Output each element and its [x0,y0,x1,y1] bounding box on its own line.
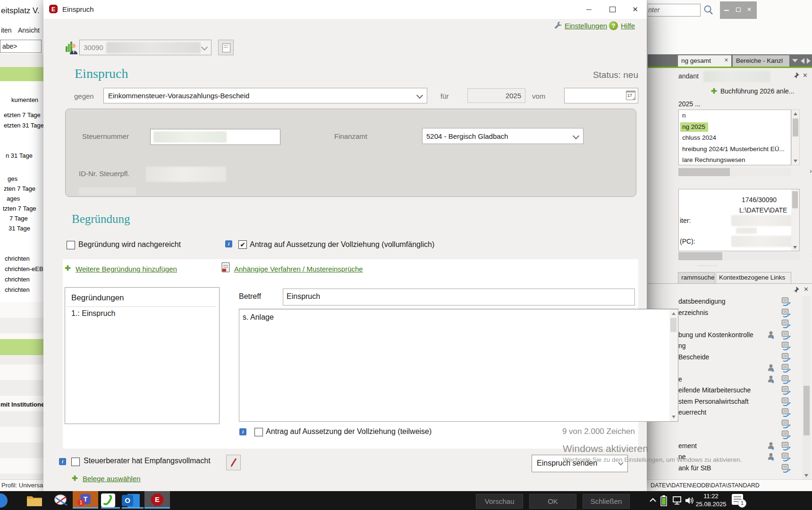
ok-button[interactable]: OK [529,494,576,509]
dialog-titlebar[interactable]: E Einspruch ✕ [43,0,647,19]
battery-icon[interactable] [660,495,668,506]
years-hscrollbar[interactable]: › [678,168,791,176]
sidebar-item[interactable]: chrichten [5,276,30,283]
list-item[interactable]: 1.: Einspruch [71,309,115,318]
client-combobox[interactable]: 30090 [79,40,211,55]
sidebar-item[interactable]: zten 7 Tage [4,185,35,192]
phone-app-icon[interactable] [101,493,115,507]
add-buchfuehrung-link[interactable]: Buchführung 2026 anle... [720,87,794,95]
start-icon[interactable] [0,493,8,508]
tab-prev-icon[interactable] [801,58,804,64]
aussetzung-voll-checkbox[interactable]: ✔ [238,240,247,249]
sidebar-item-bold[interactable]: mit Institutione [0,401,43,408]
list-item[interactable]: chluss 2024 [679,132,791,144]
edit-button[interactable] [226,455,241,470]
schliessen-button[interactable]: Schließen [583,494,630,509]
list-item[interactable]: n [679,110,791,121]
calendar-icon[interactable]: 17 [626,91,635,100]
sidebar-item[interactable]: etzten 7 Tage [4,111,41,119]
context-link-row[interactable]: datsbeendigung [648,296,804,307]
info-icon[interactable]: i [239,428,246,435]
notification-center-icon[interactable]: 1 [732,494,743,505]
steuernummer-input[interactable] [150,129,280,145]
sidebar-item[interactable]: kumenten [11,96,38,103]
textarea-scrollbar[interactable] [669,309,678,421]
client-detail-button[interactable] [218,40,234,55]
sidebar-item[interactable]: 31 Tage [8,225,30,232]
sidebar-item[interactable]: tzten 7 Tage [3,205,36,212]
info-icon[interactable]: i [225,240,232,247]
sidebar-item[interactable]: chrichten [5,286,30,293]
tab-close-icon[interactable]: ✕ [724,57,728,63]
tab-dropdown-icon[interactable] [792,59,798,62]
pin-icon[interactable] [792,72,800,79]
links-scrollbar[interactable] [803,296,811,479]
search-input[interactable]: nter [648,4,701,17]
menu-item-ansicht[interactable]: Ansicht [18,26,40,34]
info-icon[interactable]: i [59,458,66,465]
tab-programmsuche[interactable]: rammsuche [678,272,715,283]
tab-bereiche-kanzlei[interactable]: Bereiche - Kanzl [733,55,789,67]
selected-row-highlight[interactable] [0,67,43,81]
tray-chevron-icon[interactable] [649,497,657,503]
tab-next-icon[interactable] [807,58,811,64]
aussetzung-teil-checkbox[interactable] [254,428,263,436]
vorschau-button[interactable]: Vorschau [476,494,523,509]
sidebar-item[interactable]: chrichten-eEB a [5,265,43,272]
teams-icon[interactable]: T 1 [73,491,98,509]
belege-auswaehlen-link[interactable]: Belege auswählen [83,475,141,483]
weitere-begruendung-link[interactable]: Weitere Begründung hinzufügen [76,265,177,273]
restore-icon[interactable] [736,8,741,12]
minimize-button[interactable] [578,0,600,19]
panel-close-icon[interactable]: ✕ [804,286,809,293]
tray-clock[interactable]: 11:22 25.08.2025 [693,493,729,508]
selected-row-highlight[interactable] [0,339,43,355]
list-item[interactable]: ng 2025 [679,121,791,133]
explorer-folder-icon[interactable] [26,494,42,507]
context-link-row[interactable] [648,429,804,441]
close-button[interactable]: ✕ [625,0,646,19]
menu-item[interactable]: iten [1,26,12,34]
minimize-icon[interactable] [724,10,729,11]
sidebar-item[interactable]: ages [7,195,20,202]
sidebar-item[interactable]: n 31 Tage [6,152,33,159]
info-scrollbar[interactable] [791,189,799,251]
info-hscrollbar[interactable]: › [678,252,800,260]
sidebar-item[interactable]: etzten 31 Tage [4,122,43,129]
drag-handle-dots[interactable]: ········· [698,263,718,268]
begruendungen-listbox[interactable]: Begründungen 1.: Einspruch [65,287,220,424]
years-listbox[interactable]: n ng 2025 chluss 2024 hreibung 2024/1 Mu… [678,110,791,165]
datev-taskbar-icon[interactable]: E [144,491,170,509]
search-icon[interactable] [703,5,714,16]
snipping-tool-icon[interactable] [53,493,70,509]
nachgereicht-checkbox[interactable] [67,241,75,249]
list-item[interactable]: hreibung 2024/1 Musterbericht EÜ... [679,144,791,155]
jahr-field[interactable]: 2025 [467,88,525,103]
person-icon [767,375,776,384]
finanzamt-combobox[interactable]: 5204 - Bergisch Gladbach [422,128,584,144]
quick-entry-field[interactable]: abe> [0,40,42,53]
einstellungen-link[interactable]: Einstellungen [565,22,607,30]
anhaengige-verfahren-link[interactable]: Anhängige Verfahren / Mustereinsprüche [234,265,363,273]
maximize-button[interactable] [602,0,623,19]
panel-close-icon[interactable]: ✕ [803,72,808,79]
hilfe-link[interactable]: Hilfe [621,22,635,30]
outlook-icon[interactable]: O [122,493,141,508]
years-scrollbar[interactable] [791,110,800,165]
network-icon[interactable] [672,496,683,505]
betreff-input[interactable]: Einspruch [283,289,635,306]
datum-field[interactable]: 17 [564,88,638,103]
steuerberater-checkbox[interactable] [71,458,80,466]
begruendung-textarea[interactable]: s. Anlage [239,309,678,422]
gegen-combobox[interactable]: Einkommensteuer-Vorauszahlungs-Bescheid [103,88,427,103]
context-link-row[interactable]: ement [648,441,804,452]
list-item[interactable]: lare Rechnungswesen [679,154,791,165]
context-link-row[interactable]: ank für StB [648,463,804,474]
sidebar-item[interactable]: 7 Tage [9,215,28,222]
sidebar-item[interactable]: chrichten [5,255,30,262]
tab-buchfuehrung-gesamt[interactable]: ng gesamt ✕ [678,55,731,67]
close-icon[interactable]: ✕ [747,6,752,13]
tab-kontextbezogene-links[interactable]: Kontextbezogene Links [716,272,791,283]
pin-icon[interactable] [792,286,800,294]
sidebar-item[interactable]: ges [8,175,17,182]
